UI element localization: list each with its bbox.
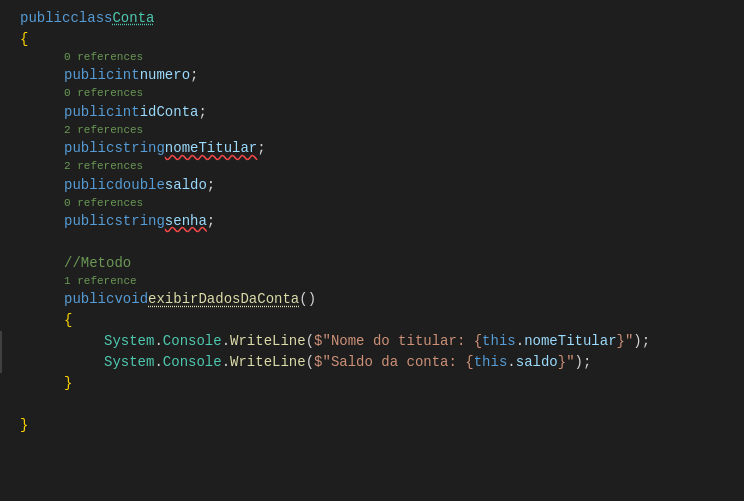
code-line: public double saldo; <box>0 175 744 196</box>
code-line: public class Conta <box>0 8 744 29</box>
code-line: { <box>0 310 744 331</box>
reference-count: 1 reference <box>0 274 744 289</box>
reference-count: 0 references <box>0 86 744 101</box>
code-line: public int numero; <box>0 65 744 86</box>
code-line: { <box>0 29 744 50</box>
code-line: System.Console.WriteLine($"Nome do titul… <box>0 331 744 352</box>
code-line: public void exibirDadosDaConta() <box>0 289 744 310</box>
reference-count: 2 references <box>0 123 744 138</box>
code-line: public string nomeTitular; <box>0 138 744 159</box>
comment-line: //Metodo <box>0 253 744 274</box>
code-editor: public class Conta{0 referencespublic in… <box>0 0 744 501</box>
reference-count: 0 references <box>0 50 744 65</box>
code-line: } <box>0 373 744 394</box>
code-line: public string senha; <box>0 211 744 232</box>
code-line: public int idConta; <box>0 102 744 123</box>
code-line: System.Console.WriteLine($"Saldo da cont… <box>0 352 744 373</box>
reference-count: 2 references <box>0 159 744 174</box>
reference-count: 0 references <box>0 196 744 211</box>
code-line: } <box>0 415 744 436</box>
